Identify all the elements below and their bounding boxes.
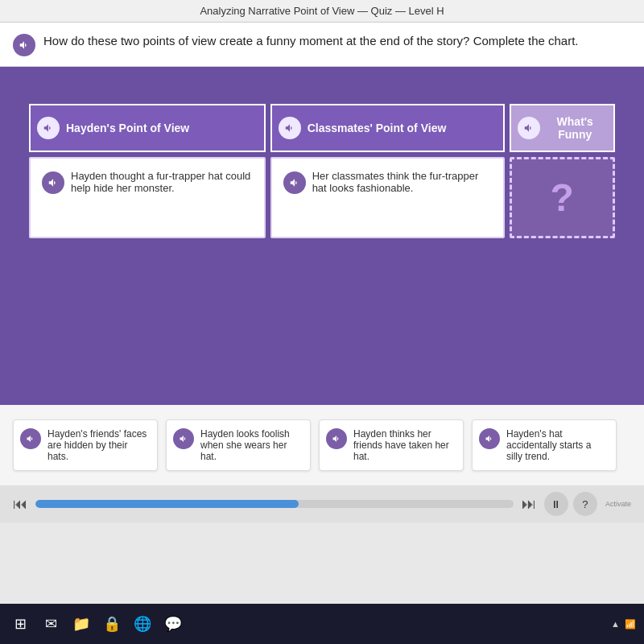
header-whats-funny: What's Funny	[510, 104, 616, 152]
pause-button[interactable]: ⏸	[544, 492, 568, 516]
header-hayden-pov: Hayden's Point of View	[29, 104, 266, 152]
taskbar-teams-icon[interactable]: 💬	[161, 612, 185, 636]
answer-1-speaker-button[interactable]	[20, 428, 41, 449]
hayden-body-cell: Hayden thought a fur-trapper hat could h…	[29, 157, 266, 238]
classmates-body-cell: Her classmates think the fur-trapper hat…	[270, 157, 505, 238]
taskbar-signal-icon: 📶	[625, 619, 636, 630]
control-buttons: ⏸ ?	[544, 492, 597, 516]
answer-card-3[interactable]: Hayden thinks her friends have taken her…	[319, 419, 464, 471]
header-hayden-speaker-button[interactable]	[37, 117, 60, 139]
question-text: How do these two points of view create a…	[43, 32, 579, 51]
header-hayden-label: Hayden's Point of View	[66, 122, 189, 134]
help-button[interactable]: ?	[573, 492, 597, 516]
header-funny-speaker-button[interactable]	[518, 117, 540, 139]
classmates-cell-speaker-button[interactable]	[283, 171, 306, 194]
header-funny-label: What's Funny	[547, 115, 605, 141]
answer-card-4[interactable]: Hayden's hat accidentally starts a silly…	[472, 419, 617, 471]
taskbar-folder-icon[interactable]: 📁	[69, 612, 93, 636]
title-bar: Analyzing Narrative Point of View — Quiz…	[0, 0, 644, 23]
classmates-cell-text: Her classmates think the fur-trapper hat…	[312, 170, 492, 194]
answer-3-speaker-button[interactable]	[326, 428, 347, 449]
main-content: Hayden's Point of View Classmates' Point…	[0, 67, 644, 405]
question-header: How do these two points of view create a…	[0, 23, 644, 67]
answer-4-speaker-button[interactable]	[479, 428, 500, 449]
progress-bar-fill	[35, 500, 299, 508]
taskbar-mail-icon[interactable]: ✉	[39, 612, 63, 636]
header-classmates-speaker-button[interactable]	[279, 117, 301, 139]
answer-4-text: Hayden's hat accidentally starts a silly…	[506, 428, 608, 462]
answers-area: Hayden's friends' faces are hidden by th…	[0, 405, 644, 485]
taskbar-browser-icon[interactable]: 🌐	[130, 612, 155, 636]
drop-target-question-mark: ?	[528, 175, 597, 220]
skip-forward-button[interactable]: ⏭	[522, 496, 536, 513]
hayden-cell-speaker-button[interactable]	[42, 171, 64, 194]
title-text: Analyzing Narrative Point of View — Quiz…	[200, 5, 444, 17]
question-speaker-icon[interactable]	[13, 34, 35, 56]
activate-watermark: Activate	[605, 500, 631, 508]
taskbar-right-area: ▲ 📶	[611, 619, 636, 630]
answer-2-text: Hayden looks foolish when she wears her …	[200, 428, 302, 462]
answer-2-speaker-button[interactable]	[173, 428, 194, 449]
taskbar-wifi-icon: ▲	[611, 619, 620, 629]
taskbar-lock-icon[interactable]: 🔒	[100, 612, 124, 636]
answer-3-text: Hayden thinks her friends have taken her…	[353, 428, 455, 462]
header-classmates-label: Classmates' Point of View	[308, 122, 447, 134]
taskbar: ⊞ ✉ 📁 🔒 🌐 💬 ▲ 📶	[0, 604, 644, 644]
taskbar-start-icon[interactable]: ⊞	[8, 612, 32, 636]
hayden-cell-text: Hayden thought a fur-trapper hat could h…	[71, 170, 253, 194]
header-classmates-pov: Classmates' Point of View	[270, 104, 505, 152]
answer-1-text: Hayden's friends' faces are hidden by th…	[47, 428, 149, 462]
answer-card-1[interactable]: Hayden's friends' faces are hidden by th…	[13, 419, 158, 471]
progress-bar-container	[35, 500, 514, 508]
progress-bar-area: ⏮ ⏭ ⏸ ? Activate	[0, 485, 644, 522]
answer-card-2[interactable]: Hayden looks foolish when she wears her …	[166, 419, 311, 471]
skip-back-button[interactable]: ⏮	[13, 496, 27, 513]
funny-drop-target[interactable]: ?	[510, 157, 616, 238]
chart-table: Hayden's Point of View Classmates' Point…	[24, 99, 620, 243]
